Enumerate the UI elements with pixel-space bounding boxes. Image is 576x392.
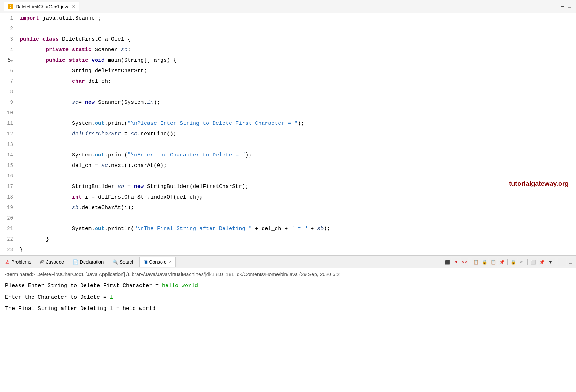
word-wrap-button[interactable]: ↵ (518, 258, 526, 266)
declaration-icon: 📄 (73, 259, 78, 265)
pin-to-button[interactable]: 📌 (538, 258, 546, 266)
code-line-7: 7 char del_ch; (0, 76, 576, 87)
problems-label: Problems (11, 259, 31, 265)
title-bar: J DeleteFirstCharOcc1.java ✕ — □ (0, 0, 576, 13)
output-prompt-2: Enter the Character to Delete = (5, 294, 110, 301)
tab-declaration[interactable]: 📄 Declaration (69, 257, 108, 267)
code-content-6: String delFirstCharStr; (18, 66, 576, 76)
toolbar-sep-3 (527, 259, 528, 265)
line-number-15: 15 (0, 160, 18, 171)
code-content-7: char del_ch; (18, 77, 576, 87)
code-content-1: import java.util.Scanner; (18, 13, 576, 24)
code-line-22: 22 } (0, 234, 576, 245)
code-line-4: 4 private static Scanner sc; (0, 45, 576, 55)
code-content-10 (18, 108, 576, 118)
code-content-12: delFirstCharStr = sc.nextLine(); (18, 129, 576, 139)
open-console-button[interactable]: ⬜ (529, 258, 537, 266)
watermark: tutorialgateway.org (509, 180, 569, 188)
code-line-10: 10 (0, 108, 576, 118)
code-line-18: 18 int i = delFirstCharStr.indexOf(del_c… (0, 192, 576, 203)
console-output: <terminated> DeleteFirstCharOcc1 [Java A… (0, 268, 576, 318)
console-label: Console (149, 259, 167, 265)
code-content-14: System.out.print("\nEnter the Character … (18, 150, 576, 160)
search-label: Search (119, 259, 134, 265)
properties-button[interactable]: 🔒 (480, 258, 488, 266)
code-line-20: 20 (0, 213, 576, 224)
code-content-17: StringBuilder sb = new StringBuilder(del… (18, 182, 576, 192)
java-file-icon: J (8, 4, 13, 9)
tab-close-icon[interactable]: ✕ (72, 4, 75, 9)
toolbar-sep-1 (470, 259, 470, 265)
toolbar-sep-4 (556, 259, 556, 265)
code-content-5: public static void main(String[] args) { (18, 56, 576, 66)
editor-tab[interactable]: J DeleteFirstCharOcc1.java ✕ (4, 2, 79, 11)
code-content-13 (18, 140, 576, 150)
tab-javadoc[interactable]: @ Javadoc (36, 257, 68, 267)
tab-problems[interactable]: ⚠ Problems (1, 257, 35, 267)
console-tab-close[interactable]: ✕ (169, 260, 172, 264)
code-line-1: 1 import java.util.Scanner; (0, 13, 576, 24)
code-content-21: System.out.println("\nThe Final String a… (18, 224, 576, 234)
line-number-16: 16 (0, 171, 18, 181)
line-number-9: 9 (0, 97, 18, 107)
line-number-4: 4 (0, 45, 18, 55)
maximize-button[interactable]: □ (567, 3, 572, 10)
code-content-3: public class DeleteFirstCharOcc1 { (18, 34, 576, 45)
code-line-12: 12 delFirstCharStr = sc.nextLine(); (0, 129, 576, 139)
code-line-15: 15 del_ch = sc.next().charAt(0); (0, 160, 576, 171)
line-number-1: 1 (0, 13, 18, 23)
code-line-8: 8 (0, 87, 576, 97)
code-content-16 (18, 171, 576, 181)
line-number-17: 17 (0, 181, 18, 192)
output-line-3: The Final String after Deleting l = helo… (5, 304, 571, 314)
maximize-panel-button[interactable]: □ (567, 258, 575, 266)
console-icon: ▣ (143, 259, 148, 265)
code-content-9: sc= new Scanner(System.in); (18, 98, 576, 108)
stop-button[interactable]: ⬛ (443, 258, 451, 266)
code-content-2 (18, 24, 576, 34)
tab-filename: DeleteFirstCharOcc1.java (16, 4, 70, 9)
minimize-button[interactable]: — (559, 3, 565, 10)
javadoc-label: Javadoc (46, 259, 64, 265)
output-value-2: l (110, 294, 113, 301)
line-number-20: 20 (0, 213, 18, 223)
tab-search[interactable]: 🔍 Search (108, 257, 138, 267)
output-prompt-1: Please Enter String to Delete First Char… (5, 283, 162, 289)
line-number-11: 11 (0, 118, 18, 128)
search-icon: 🔍 (112, 259, 118, 265)
line-number-8: 8 (0, 87, 18, 97)
line-number-5: 5⊖ (0, 55, 18, 66)
window-controls: — □ (559, 3, 572, 10)
line-number-19: 19 (0, 203, 18, 213)
terminate-button[interactable]: ✕ (452, 258, 460, 266)
code-content-15: del_ch = sc.next().charAt(0); (18, 161, 576, 171)
minimize-panel-button[interactable]: — (558, 258, 566, 266)
new-console-button[interactable]: 📋 (489, 258, 497, 266)
bottom-panel: ⚠ Problems @ Javadoc 📄 Declaration 🔍 Sea… (0, 256, 576, 318)
code-content-18: int i = delFirstCharStr.indexOf(del_ch); (18, 192, 576, 203)
code-line-5: 5⊖ public static void main(String[] args… (0, 55, 576, 66)
code-line-21: 21 System.out.println("\nThe Final Strin… (0, 224, 576, 234)
code-line-6: 6 String delFirstCharStr; (0, 66, 576, 76)
code-line-19: 19 sb.deleteCharAt(i); (0, 203, 576, 213)
scroll-lock-button[interactable]: 🔒 (509, 258, 517, 266)
console-toolbar: ⬛ ✕ ✕✕ 📋 🔒 📋 📌 🔒 ↵ ⬜ 📌 ▼ — □ (443, 258, 575, 266)
code-line-16: 16 (0, 171, 576, 181)
output-line-1: Please Enter String to Delete First Char… (5, 281, 571, 291)
pin-button[interactable]: 📌 (498, 258, 506, 266)
javadoc-icon: @ (40, 259, 45, 265)
line-number-2: 2 (0, 24, 18, 34)
line-number-3: 3 (0, 34, 18, 44)
view-menu-button[interactable]: ▼ (547, 258, 555, 266)
tab-console[interactable]: ▣ Console ✕ (139, 257, 176, 267)
remove-launch-button[interactable]: 📋 (472, 258, 480, 266)
declaration-label: Declaration (80, 259, 104, 265)
code-line-17: 17 StringBuilder sb = new StringBuilder(… (0, 181, 576, 192)
code-content-20 (18, 213, 576, 224)
code-line-2: 2 (0, 24, 576, 34)
toolbar-sep-2 (507, 259, 508, 265)
code-line-23: 23 } (0, 245, 576, 255)
terminate-relaunch-button[interactable]: ✕✕ (461, 258, 468, 266)
terminated-line: <terminated> DeleteFirstCharOcc1 [Java A… (5, 270, 571, 278)
code-line-13: 13 (0, 139, 576, 150)
